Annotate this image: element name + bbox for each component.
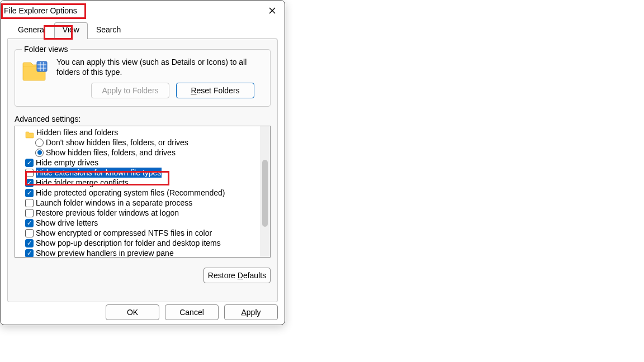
check-hide-empty-drives[interactable]: Hide empty drives: [17, 158, 259, 168]
advanced-settings-list[interactable]: Hidden files and folders Don't show hidd…: [15, 126, 271, 258]
folder-grid-icon: [22, 59, 49, 82]
checkbox-icon: [25, 159, 34, 167]
checkbox-icon: [25, 209, 34, 217]
checkbox-icon: [25, 249, 34, 258]
tab-general[interactable]: General: [10, 22, 54, 39]
check-hide-extensions[interactable]: Hide extensions for known file types: [17, 168, 259, 178]
tabstrip: General View Search: [1, 22, 285, 39]
scrollbar[interactable]: [260, 126, 270, 257]
check-hide-merge-conflicts[interactable]: Hide folder merge conflicts: [17, 178, 259, 188]
checkbox-icon: [25, 229, 34, 237]
checkbox-icon: [25, 169, 34, 177]
hidden-files-header: Hidden files and folders: [17, 127, 259, 137]
dialog-footer: OK Cancel Apply: [106, 304, 278, 320]
checkbox-icon: [25, 179, 34, 187]
checkbox-icon: [25, 199, 34, 207]
titlebar: File Explorer Options: [1, 1, 285, 21]
close-button[interactable]: [261, 2, 283, 19]
scrollbar-thumb[interactable]: [262, 160, 268, 227]
radio-show-hidden[interactable]: Show hidden files, folders, and drives: [17, 147, 259, 158]
radio-icon: [35, 149, 44, 157]
restore-defaults-button[interactable]: Restore Defaults: [203, 268, 271, 283]
check-launch-separate-process[interactable]: Launch folder windows in a separate proc…: [17, 198, 259, 208]
tab-search[interactable]: Search: [88, 22, 129, 39]
apply-button[interactable]: Apply: [224, 304, 278, 320]
folder-views-desc: You can apply this view (such as Details…: [56, 57, 263, 77]
svg-rect-2: [37, 61, 47, 72]
radio-dont-show-hidden[interactable]: Don't show hidden files, folders, or dri…: [17, 137, 259, 147]
view-tabpanel: Folder views You can apply this view (su…: [7, 39, 278, 302]
folder-views-legend: Folder views: [22, 45, 70, 54]
folder-views-group: Folder views You can apply this view (su…: [15, 45, 271, 107]
reset-folders-button[interactable]: Reset Folders: [176, 83, 254, 98]
checkbox-icon: [25, 189, 34, 197]
ok-button[interactable]: OK: [106, 304, 159, 320]
apply-to-folders-button: Apply to Folders: [91, 83, 169, 98]
check-restore-previous-windows[interactable]: Restore previous folder windows at logon: [17, 208, 259, 218]
tab-view[interactable]: View: [54, 22, 88, 39]
dialog-title: File Explorer Options: [4, 6, 77, 15]
advanced-settings-label: Advanced settings:: [15, 115, 271, 123]
checkbox-icon: [25, 219, 34, 227]
check-show-popup-description[interactable]: Show pop-up description for folder and d…: [17, 238, 259, 248]
cancel-button[interactable]: Cancel: [165, 304, 219, 320]
check-show-preview-handlers[interactable]: Show preview handlers in preview pane: [17, 248, 259, 257]
folder-icon: [25, 128, 34, 136]
file-explorer-options-dialog: File Explorer Options General View Searc…: [0, 0, 285, 325]
checkbox-icon: [25, 239, 34, 247]
check-show-drive-letters[interactable]: Show drive letters: [17, 218, 259, 228]
check-show-encrypted-color[interactable]: Show encrypted or compressed NTFS files …: [17, 228, 259, 238]
radio-icon: [35, 139, 44, 147]
check-hide-protected-os-files[interactable]: Hide protected operating system files (R…: [17, 188, 259, 198]
